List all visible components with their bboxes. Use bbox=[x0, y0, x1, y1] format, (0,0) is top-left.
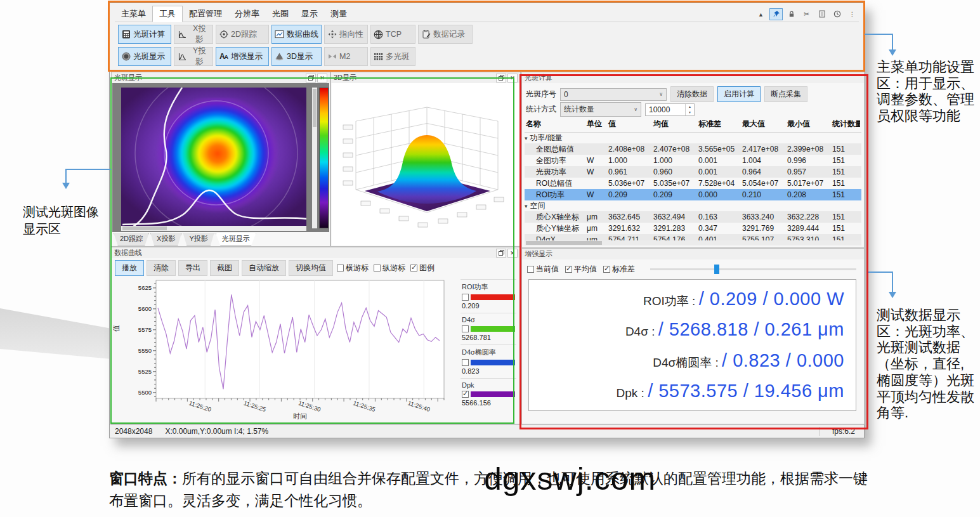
table-header-cell: 标准差 bbox=[697, 119, 741, 129]
toolbar-button[interactable]: Y投影 bbox=[174, 47, 213, 66]
intensity-colorbar bbox=[319, 88, 329, 228]
window-control-button[interactable]: ▲ bbox=[754, 8, 768, 20]
spot-display-icon bbox=[121, 52, 131, 62]
table-cell: 3289.444 bbox=[786, 224, 831, 233]
curve-toolbar-button[interactable]: 导出 bbox=[178, 260, 207, 276]
legend-item: Dpk 5566.156 bbox=[461, 378, 516, 410]
enhanced-option-checkbox[interactable]: 当前值 bbox=[527, 264, 559, 275]
slider-handle[interactable] bbox=[714, 265, 719, 274]
window-control-button[interactable] bbox=[785, 8, 798, 20]
curve-toolbar-button[interactable]: 自动缩放 bbox=[242, 260, 286, 276]
menu-item[interactable]: 分辨率 bbox=[228, 6, 266, 22]
menu-item[interactable]: 测量 bbox=[324, 6, 353, 22]
table-row[interactable]: 质心Y轴坐标μm3291.6323291.2830.3473291.769328… bbox=[525, 223, 861, 234]
table-group-row[interactable]: ▾功率/能量 bbox=[525, 133, 861, 143]
close-icon[interactable]: ✕ bbox=[317, 74, 327, 82]
restore-icon[interactable] bbox=[496, 74, 506, 82]
toolbar-button[interactable]: 指向性 bbox=[324, 25, 368, 44]
beam-view-tab[interactable]: X投影 bbox=[150, 233, 181, 245]
svg-text:11:25:35: 11:25:35 bbox=[352, 399, 376, 413]
toolbar-button[interactable]: X投影 bbox=[174, 25, 213, 44]
toolbar-button[interactable]: 2D跟踪 bbox=[216, 25, 269, 44]
toolbar-button-label: 光斑显示 bbox=[133, 51, 165, 62]
table-row[interactable]: 全图总幅值2.408e+082.407e+083.565e+052.417e+0… bbox=[525, 143, 861, 155]
beam-view-tab[interactable]: Y投影 bbox=[183, 233, 214, 245]
enhance-icon: AA bbox=[219, 52, 228, 62]
toolbar-button[interactable]: 光斑显示 bbox=[118, 47, 171, 66]
close-icon[interactable]: ✕ bbox=[507, 74, 518, 82]
calc-action-button[interactable]: 清除数据 bbox=[670, 86, 714, 102]
horizontal-scrollbar[interactable] bbox=[121, 226, 306, 231]
history-slider[interactable] bbox=[650, 268, 856, 270]
calc-action-button[interactable]: 断点采集 bbox=[764, 86, 807, 102]
multi-spot-icon bbox=[374, 52, 383, 62]
curve-option-checkbox[interactable]: 图例 bbox=[410, 263, 434, 273]
table-group-row[interactable]: ▾空间 bbox=[525, 200, 861, 211]
curve-option-checkbox[interactable]: 横游标 bbox=[337, 263, 369, 273]
trend-chart[interactable]: 11:25:2011:25:2511:25:3011:25:3511:25:40… bbox=[127, 277, 462, 422]
table-row[interactable]: 质心X轴坐标μm3632.6453632.4940.1633633.240363… bbox=[525, 211, 861, 223]
calc-action-button[interactable]: 启用计算 bbox=[717, 86, 761, 102]
toolbar-button[interactable]: 光斑计算 bbox=[118, 25, 171, 44]
legend-checkbox[interactable] bbox=[462, 359, 469, 366]
enhanced-option-checkbox[interactable]: 平均值 bbox=[565, 264, 597, 275]
svg-text:11:25:25: 11:25:25 bbox=[243, 399, 267, 413]
stat-mode-select[interactable]: 统计数量 ∨ bbox=[560, 102, 641, 117]
window-control-button[interactable]: ⋮ bbox=[846, 8, 859, 20]
table-row[interactable]: 全图功率W1.0001.0000.0011.0040.996151 bbox=[525, 155, 861, 166]
enhanced-option-checkbox[interactable]: 标准差 bbox=[603, 264, 635, 275]
table-header-cell: 均值 bbox=[652, 119, 697, 129]
beam-view-tab[interactable]: 光斑显示 bbox=[216, 233, 256, 245]
close-icon[interactable]: ✕ bbox=[507, 249, 518, 258]
table-row[interactable]: 光斑功率W0.9610.9600.0010.9640.957151 bbox=[525, 166, 861, 178]
curve-toolbar-button[interactable]: 播放 bbox=[115, 260, 144, 276]
menu-item[interactable]: 显示 bbox=[295, 6, 324, 22]
surface-3d-plot[interactable] bbox=[332, 83, 519, 245]
table-cell: 全图功率 bbox=[525, 155, 585, 166]
menu-item[interactable]: 主菜单 bbox=[115, 6, 152, 22]
window-control-button[interactable]: ✂ bbox=[800, 8, 813, 20]
menu-item[interactable]: 光圈 bbox=[266, 6, 295, 22]
legend-checkbox[interactable] bbox=[462, 294, 469, 301]
legend-checkbox[interactable] bbox=[462, 325, 469, 332]
vertical-scrollbar[interactable] bbox=[312, 88, 317, 228]
toolbar-button[interactable]: TCP bbox=[370, 25, 415, 44]
restore-icon[interactable] bbox=[496, 249, 506, 258]
menu-item[interactable]: 配置管理 bbox=[183, 6, 228, 22]
chevron-down-icon: ∨ bbox=[659, 91, 663, 97]
curve-option-checkbox[interactable]: 纵游标 bbox=[374, 263, 405, 273]
restore-icon[interactable] bbox=[306, 74, 316, 82]
spot-index-label: 光斑序号 bbox=[526, 89, 556, 100]
stat-count-spinner[interactable]: 10000 ▲▼ bbox=[645, 103, 695, 116]
curve-toolbar-button[interactable]: 截图 bbox=[210, 260, 239, 276]
window-control-button[interactable] bbox=[815, 8, 828, 20]
toolbar-button[interactable]: 数据曲线 bbox=[271, 25, 322, 44]
panel-title: 光斑显示 bbox=[114, 73, 142, 82]
checkbox-icon bbox=[410, 265, 417, 272]
menu-item[interactable]: 工具 bbox=[152, 6, 183, 22]
table-row[interactable]: ROI功率W0.2090.2090.0000.2100.208151 bbox=[525, 189, 861, 200]
spin-up-icon[interactable]: ▲ bbox=[686, 104, 694, 110]
spot-index-select[interactable]: 0 ∨ bbox=[560, 88, 667, 101]
horizontal-scrollbar[interactable] bbox=[525, 240, 861, 245]
legend-checkbox[interactable] bbox=[462, 391, 469, 398]
metric-value: / 5268.818 / 0.261 μm bbox=[658, 319, 844, 339]
table-cell: μm bbox=[585, 224, 607, 233]
collapse-icon: ▲ bbox=[758, 10, 764, 18]
beam-view-tab[interactable]: 2D跟踪 bbox=[114, 233, 149, 245]
svg-text:11:25:30: 11:25:30 bbox=[297, 399, 322, 413]
beam-image[interactable] bbox=[121, 88, 306, 228]
curve-toolbar-button[interactable]: 切换均值 bbox=[289, 260, 333, 276]
window-control-button[interactable] bbox=[830, 8, 844, 20]
toolbar-button[interactable]: 多光斑 bbox=[370, 47, 415, 66]
toolbar-button[interactable]: 数据记录 bbox=[418, 25, 473, 44]
toolbar-button[interactable]: AA 增强显示 bbox=[216, 47, 269, 66]
svg-text:5625: 5625 bbox=[138, 284, 152, 291]
curve-toolbar-button[interactable]: 清除 bbox=[147, 260, 176, 276]
toolbar-button[interactable]: M2 bbox=[324, 47, 368, 66]
window-control-button[interactable] bbox=[769, 8, 783, 20]
spin-down-icon[interactable]: ▼ bbox=[686, 110, 694, 115]
menu-item-label: 配置管理 bbox=[189, 9, 222, 18]
toolbar-button[interactable]: 3D显示 bbox=[271, 47, 322, 66]
table-row[interactable]: ROI总幅值5.036e+075.035e+077.528e+045.054e+… bbox=[525, 178, 861, 189]
